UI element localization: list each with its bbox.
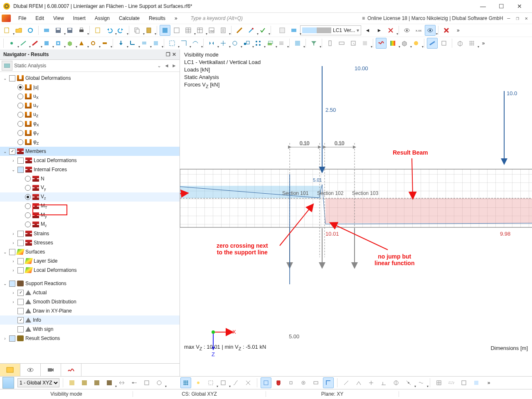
nav-tab-cam[interactable]: [41, 364, 61, 376]
st-l6[interactable]: [403, 377, 414, 388]
st-b2[interactable]: [79, 377, 90, 388]
array-button[interactable]: [253, 38, 264, 49]
saveas-button[interactable]: [64, 25, 75, 36]
snap1[interactable]: [325, 38, 335, 49]
results-3d-button[interactable]: [399, 38, 410, 49]
nav-float-button[interactable]: ❐: [166, 52, 170, 57]
mdi-minimize[interactable]: —: [505, 15, 512, 21]
st-b4[interactable]: [104, 377, 115, 388]
select3[interactable]: [190, 38, 201, 49]
st-osnap-mag[interactable]: [273, 377, 284, 388]
check-button[interactable]: [257, 25, 268, 36]
menu-calculate[interactable]: Calculate: [115, 14, 144, 22]
st-snap4[interactable]: [230, 377, 241, 388]
st-snap5[interactable]: [243, 377, 254, 388]
minimize-button[interactable]: —: [474, 0, 492, 12]
nav-tab-data[interactable]: [0, 364, 20, 376]
newdoc-icon[interactable]: [92, 25, 103, 36]
open-button[interactable]: [13, 25, 24, 36]
calc-button[interactable]: [246, 25, 256, 36]
node-button[interactable]: [6, 38, 17, 49]
nav-sub-prev[interactable]: ◄: [163, 63, 170, 69]
tree-resultsections[interactable]: Result Sections: [25, 335, 60, 341]
delete-x-button[interactable]: [441, 25, 452, 36]
st-v1[interactable]: [433, 377, 444, 388]
tree-sr-0[interactable]: ›Actual: [0, 288, 180, 297]
mdi-restore[interactable]: ❐: [515, 15, 521, 21]
section-tool-button[interactable]: [438, 38, 449, 49]
tree-force-Mz[interactable]: Mz: [0, 220, 180, 229]
close-button[interactable]: ✕: [510, 0, 529, 12]
rigid-button[interactable]: [99, 38, 110, 49]
st-b5[interactable]: [116, 377, 127, 388]
st-grid[interactable]: [180, 377, 191, 388]
tmore-button[interactable]: [276, 38, 287, 49]
block-button[interactable]: [41, 25, 52, 36]
view-wire-button[interactable]: [171, 25, 182, 36]
nav-close-button[interactable]: ✕: [172, 52, 176, 57]
st-l1[interactable]: [341, 377, 352, 388]
tree-gd-uZ[interactable]: uZ: [0, 110, 180, 119]
menu-file[interactable]: File: [14, 14, 30, 22]
vis-eye-button[interactable]: [425, 25, 436, 36]
menu-view[interactable]: View: [49, 14, 68, 22]
st-l3[interactable]: [366, 377, 377, 388]
nav-tab-graph[interactable]: [61, 364, 81, 376]
tree-sr-3[interactable]: Info: [0, 315, 180, 325]
grid-button[interactable]: [292, 38, 303, 49]
mdi-close[interactable]: ✕: [523, 15, 530, 21]
redo-button[interactable]: [116, 25, 126, 36]
cs-icon[interactable]: [2, 377, 14, 389]
lc-right[interactable]: ►: [374, 25, 384, 36]
snap3[interactable]: [348, 38, 359, 49]
st-l4[interactable]: [378, 377, 389, 388]
grid2-button[interactable]: [466, 38, 477, 49]
nav-sub-dd[interactable]: ⌄: [155, 63, 163, 69]
st-snap2[interactable]: [205, 377, 216, 388]
tree-force-N[interactable]: N: [0, 174, 180, 183]
st-ortho[interactable]: [323, 377, 334, 388]
extrude-button[interactable]: [264, 38, 275, 49]
lc-type[interactable]: [288, 25, 299, 36]
st-v3[interactable]: [458, 377, 469, 388]
tree-gd-φX[interactable]: φX: [0, 119, 180, 128]
mirror-button[interactable]: [206, 38, 217, 49]
menu-insert[interactable]: Insert: [69, 14, 90, 22]
lc-left[interactable]: ◄: [362, 25, 373, 36]
select2[interactable]: [178, 38, 189, 49]
iso-button[interactable]: [455, 38, 466, 49]
tree-sr-1[interactable]: ›Smooth Distribution: [0, 297, 180, 306]
tree-strains[interactable]: Strains: [34, 231, 49, 236]
tree-gd-uX[interactable]: uX: [0, 92, 180, 101]
save-button[interactable]: [53, 25, 64, 36]
st-l5[interactable]: [391, 377, 401, 388]
lc-del[interactable]: [385, 25, 396, 36]
load1-button[interactable]: [116, 38, 126, 49]
tree-gd-uY[interactable]: uY: [0, 101, 180, 110]
st-b1[interactable]: [66, 377, 77, 388]
print-button[interactable]: [76, 25, 87, 36]
load3-button[interactable]: [139, 38, 150, 49]
select1[interactable]: [167, 38, 177, 49]
st-snap1[interactable]: [193, 377, 204, 388]
tree-gd-φY[interactable]: φY: [0, 128, 180, 138]
table2-button[interactable]: [195, 25, 205, 36]
menu-results[interactable]: Results: [145, 14, 170, 22]
table-button[interactable]: [183, 25, 194, 36]
menu-edit[interactable]: Edit: [31, 14, 48, 22]
tree-sr-2[interactable]: Draw in XY-Plane: [0, 306, 180, 315]
st-b8[interactable]: [154, 377, 165, 388]
results-diagram-button[interactable]: [376, 38, 387, 49]
menu-more[interactable]: »: [170, 14, 182, 22]
st-l7[interactable]: [416, 377, 426, 388]
undo-button[interactable]: [104, 25, 115, 36]
copy-button[interactable]: [132, 25, 143, 36]
st-l2[interactable]: [353, 377, 364, 388]
load4-button[interactable]: [150, 38, 161, 49]
cs-select[interactable]: 1 - Global XYZ: [17, 378, 59, 387]
st-b7[interactable]: [141, 377, 152, 388]
snap4[interactable]: [360, 38, 370, 49]
tree-force-Vz[interactable]: Vz: [0, 192, 180, 202]
keyword-search[interactable]: Type a keyword (Alt+Q): [191, 15, 299, 21]
paste-button[interactable]: [143, 25, 154, 36]
